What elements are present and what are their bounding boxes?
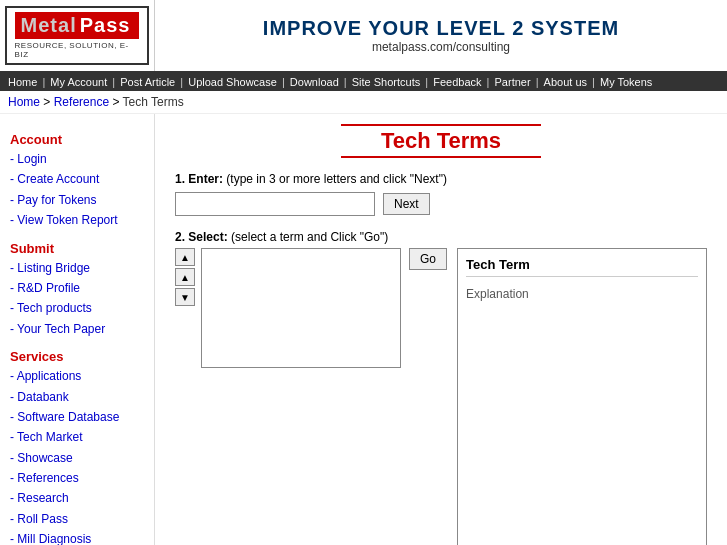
page-title: Tech Terms: [341, 124, 541, 158]
sidebar-item-roll-pass[interactable]: - Roll Pass: [10, 509, 144, 529]
logo-text: MetalPass: [15, 12, 140, 39]
step1-label: 1. Enter: (type in 3 or more letters and…: [175, 172, 707, 186]
nav-download[interactable]: Download: [290, 76, 339, 88]
banner-url: metalpass.com/consulting: [263, 40, 619, 54]
sidebar-item-applications[interactable]: - Applications: [10, 366, 144, 386]
search-row: Next: [175, 192, 707, 216]
list-controls: ▲ ▲ ▼: [175, 248, 195, 306]
nav-feedback[interactable]: Feedback: [433, 76, 481, 88]
breadcrumb-home[interactable]: Home: [8, 95, 40, 109]
header: MetalPass RESOURCE, SOLUTION, E-BIZ Impr…: [0, 0, 727, 73]
middle-row: ▲ ▲ ▼ Go Tech Term Explanation: [175, 248, 707, 545]
sidebar-account-title: Account: [10, 132, 144, 147]
result-explanation: Explanation: [466, 287, 698, 301]
next-button[interactable]: Next: [383, 193, 430, 215]
logo-sub: RESOURCE, SOLUTION, E-BIZ: [15, 41, 140, 59]
sidebar-item-create-account[interactable]: - Create Account: [10, 169, 144, 189]
go-button[interactable]: Go: [409, 248, 447, 270]
step1-bold: 1. Enter:: [175, 172, 223, 186]
nav-my-tokens[interactable]: My Tokens: [600, 76, 652, 88]
breadcrumb-reference[interactable]: Reference: [54, 95, 109, 109]
nav-home[interactable]: Home: [8, 76, 37, 88]
sidebar-item-software-database[interactable]: - Software Database: [10, 407, 144, 427]
breadcrumb: Home > Reference > Tech Terms: [0, 91, 727, 114]
sidebar: Account - Login - Create Account - Pay f…: [0, 114, 155, 545]
scroll-up-small-arrow[interactable]: ▲: [175, 268, 195, 286]
sidebar-item-tech-market[interactable]: - Tech Market: [10, 427, 144, 447]
sidebar-item-your-tech-paper[interactable]: - Your Tech Paper: [10, 319, 144, 339]
sidebar-item-login[interactable]: - Login: [10, 149, 144, 169]
banner-title: Improve Your Level 2 System: [263, 17, 619, 40]
step2-bold: 2. Select:: [175, 230, 228, 244]
sidebar-item-references[interactable]: - References: [10, 468, 144, 488]
nav-site-shortcuts[interactable]: Site Shortcuts: [352, 76, 420, 88]
page-title-box: Tech Terms: [175, 124, 707, 158]
sidebar-item-rd-profile[interactable]: - R&D Profile: [10, 278, 144, 298]
nav-post-article[interactable]: Post Article: [120, 76, 175, 88]
sidebar-item-databank[interactable]: - Databank: [10, 387, 144, 407]
sidebar-item-research[interactable]: - Research: [10, 488, 144, 508]
step2-hint: (select a term and Click "Go"): [231, 230, 388, 244]
banner-text: Improve Your Level 2 System metalpass.co…: [263, 17, 619, 54]
sidebar-item-mill-diagnosis[interactable]: - Mill Diagnosis: [10, 529, 144, 545]
sidebar-item-listing-bridge[interactable]: - Listing Bridge: [10, 258, 144, 278]
nav-about-us[interactable]: About us: [544, 76, 587, 88]
sidebar-item-pay-for-tokens[interactable]: - Pay for Tokens: [10, 190, 144, 210]
breadcrumb-current: Tech Terms: [123, 95, 184, 109]
step1-hint: (type in 3 or more letters and click "Ne…: [226, 172, 447, 186]
logo-area: MetalPass RESOURCE, SOLUTION, E-BIZ: [0, 0, 155, 71]
scroll-down-arrow[interactable]: ▼: [175, 288, 195, 306]
content-area: Tech Terms 1. Enter: (type in 3 or more …: [155, 114, 727, 545]
sidebar-services-title: Services: [10, 349, 144, 364]
banner-area[interactable]: Improve Your Level 2 System metalpass.co…: [155, 0, 727, 71]
sidebar-item-tech-products[interactable]: - Tech products: [10, 298, 144, 318]
sidebar-item-view-token-report[interactable]: - View Token Report: [10, 210, 144, 230]
scroll-up-arrow[interactable]: ▲: [175, 248, 195, 266]
sidebar-submit-title: Submit: [10, 241, 144, 256]
navbar: Home | My Account | Post Article | Uploa…: [0, 73, 727, 91]
nav-upload-showcase[interactable]: Upload Showcase: [188, 76, 277, 88]
sidebar-item-showcase[interactable]: - Showcase: [10, 448, 144, 468]
result-box: Tech Term Explanation: [457, 248, 707, 545]
search-input[interactable]: [175, 192, 375, 216]
nav-my-account[interactable]: My Account: [50, 76, 107, 88]
logo-box: MetalPass RESOURCE, SOLUTION, E-BIZ: [5, 6, 150, 65]
result-box-title: Tech Term: [466, 257, 698, 277]
term-listbox[interactable]: [201, 248, 401, 368]
main-layout: Account - Login - Create Account - Pay f…: [0, 114, 727, 545]
step2-label: 2. Select: (select a term and Click "Go"…: [175, 230, 707, 244]
nav-partner[interactable]: Partner: [495, 76, 531, 88]
